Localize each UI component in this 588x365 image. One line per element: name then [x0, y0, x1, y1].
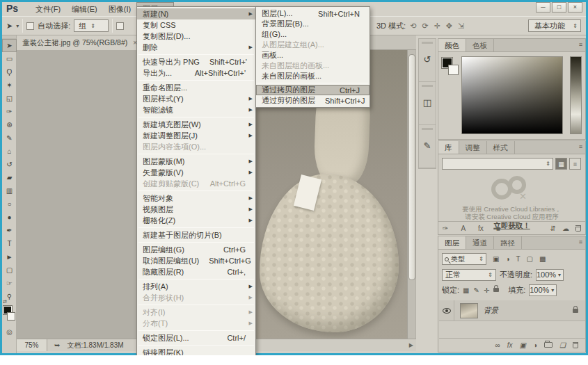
- dock-notes-icon[interactable]: ✎: [419, 140, 436, 151]
- menu-item[interactable]: 来自图层组的画板...: [256, 60, 370, 71]
- auto-select-dropdown[interactable]: 组 ⇕: [74, 19, 109, 32]
- shape-tool[interactable]: ▢: [2, 263, 17, 277]
- opacity-field[interactable]: 100% ▾: [536, 269, 564, 281]
- new-layer-icon[interactable]: ❏: [559, 341, 566, 349]
- link-layers-icon[interactable]: ∞: [495, 341, 500, 349]
- tab-通道[interactable]: 通道: [466, 236, 494, 249]
- lock-pixels-icon[interactable]: ✎: [474, 286, 479, 294]
- new-adjustment-icon[interactable]: ◑: [533, 341, 537, 349]
- menu-item[interactable]: 锁定图层(L)...Ctrl+/: [137, 332, 255, 343]
- eraser-tool[interactable]: ▰: [2, 171, 17, 184]
- 3d-rotate-icon[interactable]: ⟲: [410, 22, 416, 31]
- quick-mask-icon[interactable]: ◎: [2, 328, 17, 336]
- add-layer-style-icon[interactable]: fx: [478, 225, 484, 232]
- menu-item[interactable]: 矢量蒙版(V)▶: [137, 167, 255, 178]
- menu-item[interactable]: 导出为...Alt+Shift+Ctrl+': [137, 67, 255, 79]
- marquee-tool[interactable]: ▭: [2, 52, 17, 65]
- lock-position-icon[interactable]: ✛: [484, 286, 489, 294]
- saturation-brightness-picker[interactable]: [461, 56, 563, 134]
- blend-mode-dropdown[interactable]: 正常 ⇕: [442, 269, 496, 281]
- creative-cloud-icon[interactable]: ☁: [562, 225, 569, 232]
- menu-item[interactable]: 复制 CSS: [137, 19, 255, 31]
- menu-item[interactable]: 复制图层(D)...: [137, 31, 255, 42]
- add-color-icon[interactable]: ■: [496, 225, 500, 232]
- menu-item[interactable]: 通过拷贝的图层Ctrl+J: [256, 85, 370, 95]
- clone-stamp-tool[interactable]: ⌂: [2, 145, 17, 158]
- layer-filter-dropdown[interactable]: 类型 ⇕: [442, 253, 486, 265]
- new-group-icon[interactable]: [544, 342, 553, 348]
- add-graphic-icon[interactable]: ✑: [443, 225, 448, 232]
- lock-all-icon[interactable]: [493, 288, 499, 292]
- filter-type-icon[interactable]: T: [516, 255, 521, 263]
- fill-field[interactable]: 100% ▾: [529, 284, 557, 296]
- add-mask-icon[interactable]: ▣: [520, 341, 526, 349]
- menu-item[interactable]: 图层内容选项(O)...: [137, 141, 255, 152]
- minimize-button[interactable]: ─: [536, 2, 550, 13]
- menu-item[interactable]: 智能对象▶: [137, 193, 255, 204]
- layer-row-background[interactable]: 背景: [439, 300, 585, 321]
- history-brush-tool[interactable]: ↺: [2, 158, 17, 171]
- panel-menu-icon[interactable]: ≡: [579, 238, 582, 245]
- dock-cell[interactable]: ↺: [419, 39, 436, 82]
- tool-preset-arrow-icon[interactable]: ▾: [16, 23, 19, 29]
- menu-item[interactable]: 排列(A)▶: [137, 281, 255, 292]
- 3d-drag-icon[interactable]: ✛: [434, 22, 440, 31]
- background-color-swatch[interactable]: [7, 312, 15, 321]
- layer-style-icon[interactable]: fx: [507, 341, 513, 349]
- menubar-item[interactable]: 文件(F): [30, 2, 66, 16]
- vertical-scrollbar[interactable]: [407, 50, 415, 339]
- menu-item[interactable]: 链接图层(K): [137, 347, 255, 355]
- background-color-swatch[interactable]: [448, 65, 459, 75]
- swap-colors-icon[interactable]: ⇄: [3, 299, 7, 305]
- layer-thumbnail[interactable]: [460, 303, 478, 318]
- menu-item[interactable]: 新建(N)▶: [137, 8, 255, 19]
- vertical-scrollbar-thumb[interactable]: [408, 54, 415, 280]
- zoom-level-field[interactable]: 75%: [17, 339, 47, 351]
- blur-tool[interactable]: ○: [2, 197, 17, 211]
- delete-layer-icon[interactable]: [573, 342, 578, 348]
- menu-item[interactable]: 快速导出为 PNGShift+Ctrl+': [137, 56, 255, 67]
- dock-cell[interactable]: ◫: [419, 82, 436, 125]
- menu-item[interactable]: 对齐(I)▶: [137, 307, 255, 318]
- menu-item[interactable]: 视频图层▶: [137, 204, 255, 215]
- sync-icon[interactable]: ⇵: [550, 225, 556, 232]
- menu-item[interactable]: 智能滤镜▶: [137, 104, 255, 115]
- tab-样式[interactable]: 样式: [487, 141, 515, 154]
- status-expand-icon[interactable]: ▶: [409, 342, 413, 348]
- filter-pixel-icon[interactable]: ▣: [493, 255, 499, 263]
- lock-transparent-icon[interactable]: ▦: [463, 286, 469, 294]
- pen-tool[interactable]: ✒: [2, 224, 17, 237]
- lasso-tool[interactable]: Ϙ: [2, 65, 17, 79]
- menu-item[interactable]: 背景图层(B)...: [256, 19, 370, 29]
- list-view-button[interactable]: ≡: [569, 158, 581, 170]
- close-button[interactable]: ×: [568, 2, 582, 13]
- hue-slider[interactable]: [570, 56, 582, 134]
- menu-item[interactable]: 新建调整图层(J)▶: [137, 130, 255, 141]
- dock-history-icon[interactable]: ↺: [419, 54, 436, 65]
- tab-路径[interactable]: 路径: [494, 236, 522, 249]
- brush-tool[interactable]: ✎: [2, 131, 17, 145]
- menu-item[interactable]: 重命名图层...: [137, 82, 255, 93]
- tab-图层[interactable]: 图层: [438, 236, 466, 249]
- menu-item[interactable]: 从图层建立组(A)...: [256, 40, 370, 50]
- grid-view-button[interactable]: ▦: [555, 158, 567, 170]
- document-tab[interactable]: 童装公主裙.jpg @ 75%(RGB/8#) ×: [17, 35, 143, 50]
- filter-shape-icon[interactable]: ▢: [527, 255, 533, 263]
- healing-brush-tool[interactable]: ⊛: [2, 118, 17, 131]
- menu-item[interactable]: 分布(T)▶: [137, 318, 255, 329]
- menu-item[interactable]: 新建填充图层(W)▶: [137, 119, 255, 130]
- show-transform-checkbox[interactable]: [116, 22, 124, 30]
- type-tool[interactable]: T: [2, 237, 17, 250]
- menu-item[interactable]: 隐藏图层(R)Ctrl+,: [137, 266, 255, 277]
- menu-item[interactable]: 取消图层编组(U)Shift+Ctrl+G: [137, 255, 255, 266]
- 3d-scale-icon[interactable]: ⇲: [458, 22, 464, 31]
- panel-menu-icon[interactable]: ≡: [579, 143, 582, 150]
- path-select-tool[interactable]: ►: [2, 250, 17, 263]
- menu-item[interactable]: 合并形状(H)▶: [137, 292, 255, 303]
- maximize-button[interactable]: □: [552, 2, 566, 13]
- tab-色板[interactable]: 色板: [466, 39, 494, 51]
- filter-smart-object-icon[interactable]: ▩: [539, 255, 546, 263]
- crop-tool[interactable]: ◱: [2, 92, 17, 105]
- tab-库[interactable]: 库: [438, 140, 459, 154]
- quick-select-tool[interactable]: ✶: [2, 79, 17, 92]
